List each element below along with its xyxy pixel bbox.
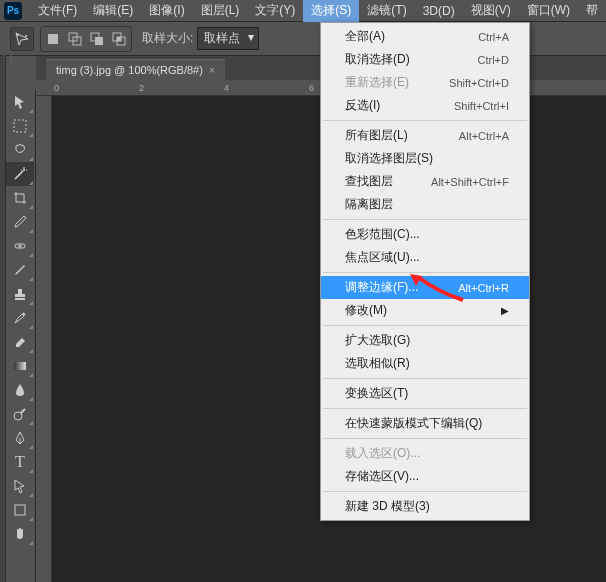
svg-rect-10 <box>14 120 26 132</box>
menu-item[interactable]: 所有图层(L)Alt+Ctrl+A <box>321 124 529 147</box>
menu-shortcut: Alt+Shift+Ctrl+F <box>431 176 509 188</box>
move-tool-icon[interactable] <box>6 90 34 114</box>
menu-item-label: 在快速蒙版模式下编辑(Q) <box>345 415 482 432</box>
menu-item[interactable]: 在快速蒙版模式下编辑(Q) <box>321 412 529 435</box>
menu-shortcut: Shift+Ctrl+I <box>454 100 509 112</box>
menu-item-label: 修改(M) <box>345 302 387 319</box>
menu-shortcut: Alt+Ctrl+R <box>458 282 509 294</box>
svg-point-11 <box>23 169 25 171</box>
marquee-tool-icon[interactable] <box>6 114 34 138</box>
menu-shortcut: Ctrl+A <box>478 31 509 43</box>
mode-add-icon[interactable] <box>65 29 85 49</box>
menu-item: 载入选区(O)... <box>321 442 529 465</box>
menu-item[interactable]: 扩大选取(G) <box>321 329 529 352</box>
svg-rect-9 <box>117 37 121 41</box>
menu-separator <box>323 378 527 379</box>
menu-item-label: 查找图层 <box>345 173 393 190</box>
history-brush-tool-icon[interactable] <box>6 306 34 330</box>
stamp-tool-icon[interactable] <box>6 282 34 306</box>
menu-layer[interactable]: 图层(L) <box>193 0 248 22</box>
menu-item[interactable]: 取消选择(D)Ctrl+D <box>321 48 529 71</box>
svg-rect-6 <box>95 37 103 45</box>
gradient-tool-icon[interactable] <box>6 354 34 378</box>
tab-title: timg (3).jpg @ 100%(RGB/8#) <box>56 64 203 76</box>
menu-item[interactable]: 新建 3D 模型(3) <box>321 495 529 518</box>
svg-rect-15 <box>15 505 25 515</box>
menu-item[interactable]: 隔离图层 <box>321 193 529 216</box>
dodge-tool-icon[interactable] <box>6 402 34 426</box>
svg-point-0 <box>17 34 19 36</box>
menu-help[interactable]: 帮 <box>578 0 606 22</box>
menu-item-label: 所有图层(L) <box>345 127 408 144</box>
menu-separator <box>323 438 527 439</box>
menu-item-label: 取消选择图层(S) <box>345 150 433 167</box>
menu-item-label: 反选(I) <box>345 97 380 114</box>
pen-tool-icon[interactable] <box>6 426 34 450</box>
menu-item-label: 存储选区(V)... <box>345 468 419 485</box>
mode-intersect-icon[interactable] <box>109 29 129 49</box>
lasso-tool-icon[interactable] <box>6 138 34 162</box>
menu-item-label: 调整边缘(F)... <box>345 279 418 296</box>
menu-text[interactable]: 文字(Y) <box>247 0 303 22</box>
menu-item[interactable]: 存储选区(V)... <box>321 465 529 488</box>
menu-item[interactable]: 变换选区(T) <box>321 382 529 405</box>
menu-item-label: 扩大选取(G) <box>345 332 410 349</box>
menu-view[interactable]: 视图(V) <box>463 0 519 22</box>
mode-subtract-icon[interactable] <box>87 29 107 49</box>
healing-tool-icon[interactable] <box>6 234 34 258</box>
menu-item[interactable]: 色彩范围(C)... <box>321 223 529 246</box>
menu-shortcut: Alt+Ctrl+A <box>459 130 509 142</box>
menu-separator <box>323 491 527 492</box>
menu-item[interactable]: 反选(I)Shift+Ctrl+I <box>321 94 529 117</box>
crop-tool-icon[interactable] <box>6 186 34 210</box>
menu-shortcut: Shift+Ctrl+D <box>449 77 509 89</box>
menu-separator <box>323 219 527 220</box>
menu-item-label: 全部(A) <box>345 28 385 45</box>
menu-item-label: 隔离图层 <box>345 196 393 213</box>
sample-size-dropdown[interactable]: 取样点 <box>197 27 259 50</box>
menu-shortcut: Ctrl+D <box>478 54 509 66</box>
hand-tool-icon[interactable] <box>6 522 34 546</box>
menu-item-label: 载入选区(O)... <box>345 445 420 462</box>
magic-wand-tool-icon[interactable] <box>6 162 34 186</box>
menu-item[interactable]: 选取相似(R) <box>321 352 529 375</box>
menu-item-label: 取消选择(D) <box>345 51 410 68</box>
path-select-tool-icon[interactable] <box>6 474 34 498</box>
menu-separator <box>323 325 527 326</box>
menu-item[interactable]: 修改(M)▶ <box>321 299 529 322</box>
ruler-vertical <box>36 96 52 582</box>
menu-file[interactable]: 文件(F) <box>30 0 85 22</box>
menu-window[interactable]: 窗口(W) <box>519 0 578 22</box>
mode-new-icon[interactable] <box>43 29 63 49</box>
menu-item-label: 重新选择(E) <box>345 74 409 91</box>
menu-separator <box>323 272 527 273</box>
svg-point-14 <box>14 412 22 420</box>
submenu-arrow-icon: ▶ <box>501 305 509 316</box>
blur-tool-icon[interactable] <box>6 378 34 402</box>
svg-rect-13 <box>14 362 26 370</box>
close-icon[interactable]: × <box>209 65 215 76</box>
menu-separator <box>323 120 527 121</box>
menu-item[interactable]: 全部(A)Ctrl+A <box>321 25 529 48</box>
menu-filter[interactable]: 滤镜(T) <box>359 0 414 22</box>
brush-tool-icon[interactable] <box>6 258 34 282</box>
menu-3d[interactable]: 3D(D) <box>415 1 463 21</box>
select-menu-dropdown: 全部(A)Ctrl+A取消选择(D)Ctrl+D重新选择(E)Shift+Ctr… <box>320 22 530 521</box>
menu-item-label: 新建 3D 模型(3) <box>345 498 430 515</box>
text-tool-icon[interactable]: T <box>6 450 34 474</box>
tool-preset-icon[interactable] <box>10 27 34 51</box>
menu-item[interactable]: 焦点区域(U)... <box>321 246 529 269</box>
shape-tool-icon[interactable] <box>6 498 34 522</box>
menu-item[interactable]: 取消选择图层(S) <box>321 147 529 170</box>
menu-item[interactable]: 查找图层Alt+Shift+Ctrl+F <box>321 170 529 193</box>
app-logo: Ps <box>4 2 22 20</box>
svg-point-1 <box>25 35 27 37</box>
eraser-tool-icon[interactable] <box>6 330 34 354</box>
selection-mode-group <box>40 26 132 52</box>
menu-item[interactable]: 调整边缘(F)...Alt+Ctrl+R <box>321 276 529 299</box>
eyedropper-tool-icon[interactable] <box>6 210 34 234</box>
menu-select[interactable]: 选择(S) <box>303 0 359 22</box>
menu-image[interactable]: 图像(I) <box>141 0 192 22</box>
document-tab[interactable]: timg (3).jpg @ 100%(RGB/8#) × <box>46 59 225 80</box>
menu-edit[interactable]: 编辑(E) <box>85 0 141 22</box>
